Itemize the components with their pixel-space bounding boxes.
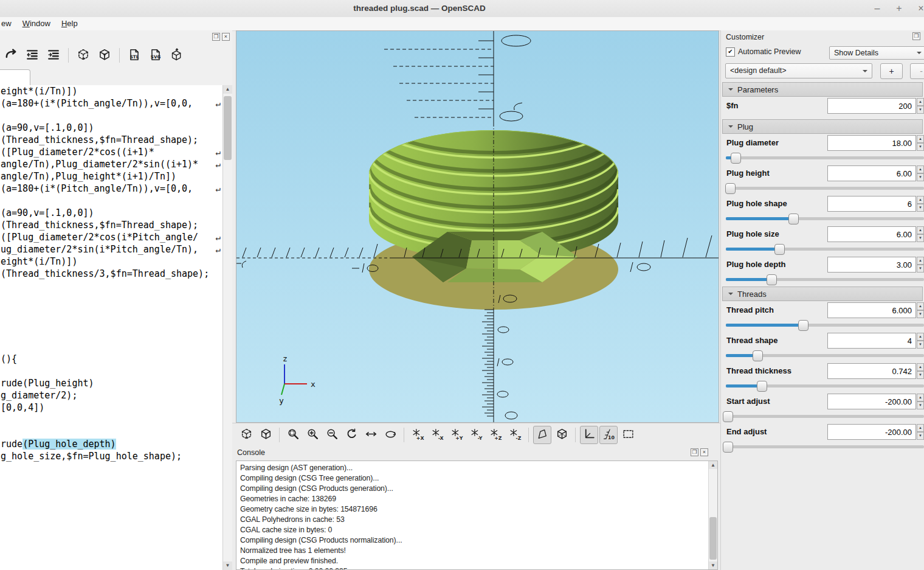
- slider-handle[interactable]: [753, 350, 763, 361]
- spin-up-icon[interactable]: ▲: [917, 333, 924, 341]
- code-editor[interactable]: eight*(i/Tn)])(a=180+(i*(Pitch_angle/Tn)…: [0, 85, 223, 570]
- plug-hole-depth-input[interactable]: [827, 257, 916, 273]
- menu-item-help[interactable]: Help: [56, 17, 83, 30]
- close-button[interactable]: ×: [914, 2, 924, 15]
- view-minus-x-button[interactable]: -X: [428, 426, 446, 444]
- spin-down-icon[interactable]: ▼: [917, 265, 924, 273]
- show-scale-markers-button[interactable]: 10: [599, 426, 618, 444]
- export-svg-button[interactable]: SVG: [146, 46, 165, 65]
- end-adjust-input[interactable]: [827, 424, 916, 440]
- spin-down-icon[interactable]: ▼: [917, 371, 924, 379]
- spin-down-icon[interactable]: ▼: [917, 173, 924, 181]
- group-header-plug[interactable]: Plug: [722, 119, 923, 134]
- spin-up-icon[interactable]: ▲: [917, 394, 924, 401]
- slider-handle[interactable]: [774, 244, 785, 255]
- editor-scrollbar[interactable]: ▲ ▼: [222, 85, 232, 570]
- preview-button[interactable]: »: [237, 426, 255, 444]
- spin-up-icon[interactable]: ▲: [917, 424, 924, 432]
- view-plus-y-button[interactable]: +Y: [447, 426, 466, 444]
- automatic-preview-checkbox[interactable]: ✔: [726, 47, 735, 57]
- thread-pitch-slider[interactable]: [726, 324, 924, 327]
- console-float-button[interactable]: ❐: [691, 448, 698, 456]
- spin-down-icon[interactable]: ▼: [917, 106, 924, 114]
- plug-diameter-slider[interactable]: [726, 156, 924, 159]
- reset-view-button[interactable]: [342, 426, 360, 444]
- view-plus-x-button[interactable]: +X: [409, 426, 427, 444]
- editor-close-button[interactable]: ×: [222, 33, 230, 41]
- spin-up-icon[interactable]: ▲: [917, 257, 924, 265]
- plug-height-slider[interactable]: [726, 187, 924, 190]
- slider-handle[interactable]: [767, 274, 777, 285]
- slider-handle[interactable]: [757, 381, 767, 392]
- slider-handle[interactable]: [725, 183, 736, 194]
- spin-down-icon[interactable]: ▼: [917, 234, 924, 242]
- plug-hole-depth-slider[interactable]: [726, 278, 924, 281]
- spin-up-icon[interactable]: ▲: [917, 302, 924, 310]
- print-3d-button[interactable]: [167, 46, 187, 65]
- render-button[interactable]: [257, 426, 275, 444]
- start-adjust-slider[interactable]: [726, 415, 924, 418]
- spin-down-icon[interactable]: ▼: [917, 341, 924, 349]
- select-region-button[interactable]: [619, 426, 637, 444]
- orthographic-button[interactable]: [553, 426, 571, 444]
- spin-down-icon[interactable]: ▼: [917, 143, 924, 151]
- group-header-threads[interactable]: Threads: [722, 287, 923, 301]
- maximize-button[interactable]: +: [892, 2, 906, 15]
- editor-scrollbar-thumb[interactable]: [224, 96, 232, 160]
- view-minus-y-button[interactable]: -Y: [467, 426, 485, 444]
- spin-up-icon[interactable]: ▲: [917, 226, 924, 234]
- menu-item-ew[interactable]: ew: [0, 17, 17, 30]
- zoom-in-button[interactable]: [303, 426, 322, 444]
- console-output[interactable]: Parsing design (AST generation)...Compil…: [236, 461, 718, 570]
- end-adjust-slider[interactable]: [726, 445, 924, 448]
- slider-handle[interactable]: [788, 214, 799, 224]
- scroll-down-icon[interactable]: ▼: [223, 561, 232, 570]
- plug-height-input[interactable]: [827, 165, 916, 181]
- customizer-float-button[interactable]: ❐: [912, 32, 920, 40]
- console-scrollbar[interactable]: ▲ ▼: [708, 461, 717, 569]
- preset-dropdown[interactable]: <design default>: [725, 63, 872, 78]
- show-axes-button[interactable]: [580, 426, 598, 444]
- plug-hole-size-input[interactable]: [827, 226, 916, 242]
- spin-up-icon[interactable]: ▲: [917, 98, 924, 106]
- view-minus-z-button[interactable]: -Z: [506, 426, 524, 444]
- menu-item-window[interactable]: Window: [17, 17, 56, 30]
- scroll-up-icon[interactable]: ▲: [223, 85, 232, 94]
- 3d-viewport[interactable]: z x y: [236, 30, 719, 423]
- spin-down-icon[interactable]: ▼: [917, 432, 924, 440]
- slider-handle[interactable]: [723, 442, 733, 453]
- slider-handle[interactable]: [723, 411, 733, 422]
- reset-rotation-button[interactable]: [381, 426, 399, 444]
- preview-button[interactable]: »: [74, 46, 93, 65]
- redo-button[interactable]: [1, 46, 21, 65]
- export-stl-button[interactable]: STL: [125, 46, 144, 65]
- scroll-down-icon[interactable]: ▼: [709, 561, 717, 569]
- editor-tab[interactable]: [0, 69, 30, 85]
- view-all-button[interactable]: [362, 426, 380, 444]
- slider-handle[interactable]: [731, 153, 741, 164]
- spin-down-icon[interactable]: ▼: [917, 310, 924, 318]
- plug-diameter-input[interactable]: [827, 135, 916, 151]
- show-details-dropdown[interactable]: Show Details: [829, 46, 924, 60]
- zoom-all-button[interactable]: [284, 426, 302, 444]
- add-preset-button[interactable]: +: [880, 63, 903, 79]
- slider-handle[interactable]: [798, 320, 808, 331]
- view-plus-z-button[interactable]: +Z: [486, 426, 505, 444]
- perspective-button[interactable]: [533, 426, 551, 444]
- spin-up-icon[interactable]: ▲: [917, 135, 924, 143]
- plug-hole-shape-slider[interactable]: [726, 217, 924, 220]
- console-close-button[interactable]: ×: [700, 448, 708, 456]
- unindent-button[interactable]: [22, 46, 42, 65]
- console-scrollbar-thumb[interactable]: [709, 517, 717, 560]
- -fn-input[interactable]: [827, 98, 916, 114]
- thread-shape-slider[interactable]: [726, 354, 924, 357]
- plug-hole-size-slider[interactable]: [726, 248, 924, 251]
- indent-button[interactable]: [44, 46, 63, 65]
- thread-thickness-slider[interactable]: [726, 384, 924, 388]
- spin-up-icon[interactable]: ▲: [917, 165, 924, 173]
- remove-preset-button[interactable]: -: [910, 63, 924, 79]
- spin-down-icon[interactable]: ▼: [917, 401, 924, 409]
- spin-up-icon[interactable]: ▲: [917, 363, 924, 371]
- spin-up-icon[interactable]: ▲: [917, 196, 924, 204]
- spin-down-icon[interactable]: ▼: [917, 204, 924, 212]
